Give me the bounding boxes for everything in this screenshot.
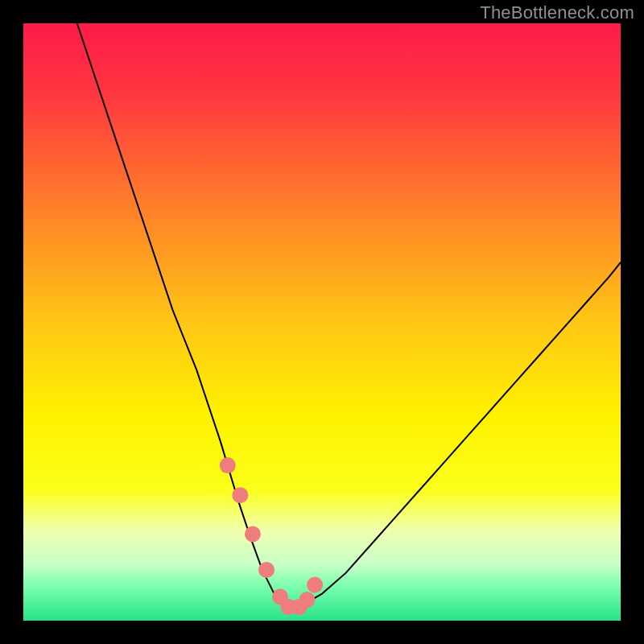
chart-svg xyxy=(23,23,621,621)
bottom-marker xyxy=(258,562,275,578)
chart-frame: TheBottleneck.com xyxy=(0,0,644,644)
watermark-text: TheBottleneck.com xyxy=(480,2,634,23)
chart-plot-area xyxy=(23,23,621,621)
bottom-marker xyxy=(245,526,261,542)
bottom-marker xyxy=(220,457,236,473)
chart-background-gradient xyxy=(23,23,621,621)
bottom-marker xyxy=(307,576,323,592)
bottom-marker xyxy=(232,487,248,503)
bottom-marker xyxy=(299,592,315,608)
